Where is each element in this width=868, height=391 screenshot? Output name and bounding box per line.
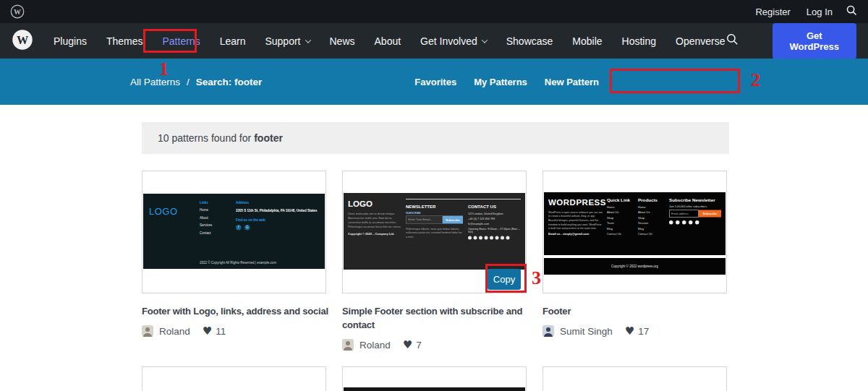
preview-copyright: 2022 © Copyright All Rights Reserved | e… — [200, 261, 276, 265]
wordpress-logo-icon[interactable]: W — [12, 29, 54, 53]
preview-quick-link-heading: Quick Link — [607, 197, 634, 202]
preview-link: About Us — [607, 211, 634, 215]
preview-logo: WORDPRESS — [548, 197, 603, 207]
preview-contact-heading: CONTACT US — [468, 204, 521, 209]
pattern-cards-row-2 — [142, 366, 727, 391]
author-name[interactable]: Roland — [159, 326, 190, 337]
pattern-preview-4[interactable] — [142, 366, 326, 391]
preview-address: 2205 S 11th St, Philadelphia, PA 19148, … — [236, 208, 319, 213]
nav-item-plugins[interactable]: Plugins — [54, 35, 87, 47]
register-link[interactable]: Register — [755, 7, 790, 17]
pattern-preview-2[interactable]: LOGO Donec malesuada non ex dictum trist… — [342, 171, 527, 293]
facebook-icon — [669, 220, 673, 225]
svg-text:W: W — [17, 34, 28, 47]
instagram-icon — [485, 236, 488, 240]
nav-item-hosting[interactable]: Hosting — [622, 35, 656, 47]
heart-icon: ♥ — [625, 325, 634, 338]
preview-link: Contact — [200, 231, 236, 235]
nav-item-learn[interactable]: Learn — [220, 35, 246, 47]
preview-copyright: Copyright © 2022 wordpress.org — [544, 258, 726, 275]
pattern-card-1: LOGO Links Home About Services Contact A… — [142, 171, 326, 366]
tiktok-icon — [501, 236, 504, 240]
chevron-down-icon — [305, 37, 310, 43]
breadcrumb-current: Search: footer — [196, 77, 263, 87]
twitter-icon — [676, 220, 680, 225]
preview-contact-line: +44 (0) 7 123 456 789 — [468, 217, 521, 220]
preview-subscribers-text: Join 1,00,000 other subscribers — [669, 205, 721, 208]
results-search-term: footer — [254, 132, 283, 144]
patterns-sub-header: All Patterns / Search: footer Favorites … — [0, 59, 868, 105]
pattern-title[interactable]: Footer — [542, 304, 727, 318]
pattern-card-2: LOGO Donec malesuada non ex dictum trist… — [342, 171, 527, 366]
preview-subscribe-button: Subscribe — [699, 210, 721, 218]
breadcrumb: All Patterns / Search: footer — [130, 59, 262, 105]
preview-newsletter-heading: Subscribe Newsletter — [669, 197, 721, 202]
favorites-link[interactable]: Favorites — [414, 77, 456, 87]
breadcrumb-all-patterns[interactable]: All Patterns — [130, 77, 180, 87]
author-avatar[interactable] — [142, 325, 153, 337]
nav-item-openverse[interactable]: Openverse — [676, 35, 725, 47]
pattern-card-3: WORDPRESS WordPress is open source softw… — [542, 171, 727, 366]
breadcrumb-separator: / — [187, 77, 190, 87]
nav-search-icon[interactable] — [726, 33, 773, 49]
youtube-icon — [695, 220, 699, 225]
pattern-preview-1[interactable]: LOGO Links Home About Services Contact A… — [142, 171, 326, 293]
preview-link: Session — [638, 222, 665, 225]
facebook-icon — [468, 236, 472, 240]
facebook-icon: f — [236, 225, 242, 231]
nav-item-get-involved[interactable]: Get Involved — [420, 35, 487, 47]
preview-about-text: Donec malesuada non ex dictum tristique.… — [348, 212, 401, 229]
login-link[interactable]: Log In — [807, 7, 833, 17]
linkedin-icon — [689, 220, 693, 225]
author-name[interactable]: Sumit Singh — [560, 326, 613, 337]
twitter-icon — [479, 236, 482, 240]
preview-link: Home — [200, 208, 236, 212]
like-count: 17 — [638, 326, 649, 337]
preview-link: About — [200, 216, 236, 220]
pattern-title[interactable]: Footer with Logo, links, address and soc… — [142, 304, 326, 318]
preview-contact-line: 123 London, United Kingdom — [468, 212, 521, 215]
nav-item-mobile[interactable]: Mobile — [572, 35, 602, 47]
nav-item-showcase[interactable]: Showcase — [506, 35, 553, 47]
author-avatar[interactable] — [342, 339, 354, 351]
preview-link: Shop — [607, 216, 634, 220]
results-count-bar: 10 patterns found for footer — [142, 122, 729, 154]
nav-item-themes[interactable]: Themes — [106, 35, 143, 47]
nav-item-about[interactable]: About — [375, 35, 401, 47]
pattern-preview-6[interactable] — [542, 366, 727, 391]
pattern-preview-5[interactable] — [342, 366, 527, 391]
copy-button[interactable]: Copy — [488, 269, 521, 290]
new-pattern-link[interactable]: New Pattern — [545, 77, 599, 87]
author-avatar[interactable] — [542, 325, 554, 337]
pattern-preview-3[interactable]: WORDPRESS WordPress is open source softw… — [542, 171, 727, 293]
admin-search-icon[interactable] — [833, 4, 858, 20]
my-patterns-link[interactable]: My Patterns — [474, 77, 527, 87]
preview-links-heading: Links — [200, 201, 236, 205]
social-icons-row — [669, 220, 721, 225]
nav-menu: Plugins Themes Patterns Learn Support Ne… — [54, 35, 726, 47]
wordpress-logo-icon[interactable]: W — [10, 4, 25, 19]
preview-note-text: Pellentesque lobortis, tortor quis finib… — [406, 227, 463, 239]
preview-logo: LOGO — [348, 199, 401, 209]
results-count-text: 10 patterns found for — [158, 132, 251, 144]
preview-link: Services — [200, 223, 236, 227]
like-count: 7 — [416, 340, 422, 351]
preview-logo: LOGO — [149, 206, 200, 262]
author-name[interactable]: Roland — [359, 340, 391, 351]
preview-contact-line: Opening Hours: 9:00am – 17:00pm (Mon – S… — [468, 227, 521, 233]
nav-item-patterns[interactable]: Patterns — [163, 35, 200, 47]
preview-link: About Us — [638, 211, 665, 215]
pattern-title[interactable]: Simple Footer section with subscribe and… — [342, 304, 527, 332]
nav-item-news[interactable]: News — [330, 35, 355, 47]
get-wordpress-button[interactable]: Get WordPress — [773, 23, 856, 59]
preview-subscribe-button: Subscribe — [443, 216, 463, 224]
pinterest-icon — [506, 236, 510, 240]
main-nav: W Plugins Themes Patterns Learn Support … — [0, 23, 868, 59]
admin-bar: W Register Log In — [0, 0, 868, 23]
google-icon: G — [244, 225, 250, 231]
preview-link: Contact Us — [607, 233, 634, 236]
youtube-icon — [490, 236, 493, 240]
preview-address-heading: Address — [236, 201, 319, 205]
nav-item-support[interactable]: Support — [265, 35, 310, 47]
preview-link: Home — [607, 205, 634, 209]
